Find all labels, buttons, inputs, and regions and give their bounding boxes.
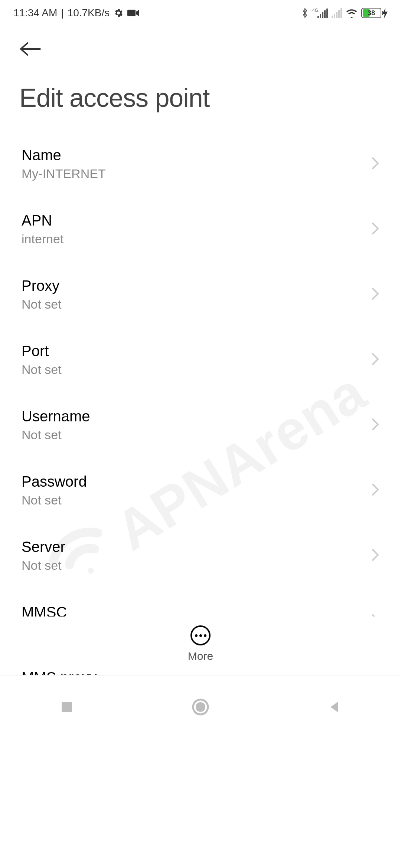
item-value: Not set <box>22 558 65 573</box>
status-data-rate: 10.7KB/s <box>68 7 110 19</box>
circle-icon <box>192 698 209 716</box>
status-bar: 11:34 AM | 10.7KB/s 4G <box>0 0 401 26</box>
square-icon <box>60 700 74 714</box>
charging-icon <box>382 8 388 18</box>
svg-point-3 <box>196 702 205 712</box>
chevron-right-icon <box>371 483 379 498</box>
item-value: internet <box>22 232 63 246</box>
chevron-right-icon <box>371 352 379 367</box>
signal-2-icon <box>332 8 342 18</box>
item-label: Port <box>22 343 62 359</box>
status-time: 11:34 AM <box>13 7 57 19</box>
item-label: APN <box>22 212 63 229</box>
item-password[interactable]: Password Not set <box>0 458 401 523</box>
back-button[interactable] <box>19 37 43 61</box>
item-server[interactable]: Server Not set <box>0 523 401 588</box>
nav-recents-button[interactable] <box>52 692 82 722</box>
item-label: Server <box>22 539 65 555</box>
chevron-right-icon <box>371 287 379 302</box>
more-button[interactable]: More <box>0 625 401 671</box>
wifi-icon <box>346 8 358 18</box>
status-separator: | <box>61 7 63 19</box>
app-bar <box>0 26 401 61</box>
item-name[interactable]: Name My-INTERNET <box>0 131 401 197</box>
item-apn[interactable]: APN internet <box>0 197 401 262</box>
arrow-left-icon <box>19 42 42 56</box>
item-value: Not set <box>22 297 62 312</box>
signal-1-icon: 4G <box>312 8 328 18</box>
item-proxy[interactable]: Proxy Not set <box>0 262 401 327</box>
item-port[interactable]: Port Not set <box>0 327 401 392</box>
chevron-right-icon <box>371 157 379 171</box>
nav-home-button[interactable] <box>186 692 215 722</box>
chevron-right-icon <box>371 548 379 563</box>
item-value: My-INTERNET <box>22 167 106 181</box>
nav-back-button[interactable] <box>319 692 349 722</box>
battery-icon: 38 <box>361 8 388 18</box>
item-value: Not set <box>22 493 87 507</box>
item-label: Proxy <box>22 277 62 294</box>
item-username[interactable]: Username Not set <box>0 392 401 458</box>
gear-icon <box>113 8 124 18</box>
chevron-right-icon <box>371 418 379 433</box>
chevron-right-icon <box>371 222 379 237</box>
bluetooth-icon <box>301 7 309 19</box>
triangle-left-icon <box>327 700 341 714</box>
svg-rect-0 <box>127 10 136 16</box>
item-label: Password <box>22 473 87 490</box>
more-label: More <box>188 650 213 662</box>
item-value: Not set <box>22 428 90 442</box>
bottom-action-bar: More <box>0 617 401 671</box>
item-value: Not set <box>22 362 62 377</box>
more-icon <box>190 625 211 645</box>
item-label: Name <box>22 147 106 164</box>
page-title: Edit access point <box>0 61 401 131</box>
item-label: Username <box>22 408 90 425</box>
navigation-bar <box>0 675 401 738</box>
camera-icon <box>127 9 139 17</box>
svg-rect-1 <box>62 702 72 712</box>
